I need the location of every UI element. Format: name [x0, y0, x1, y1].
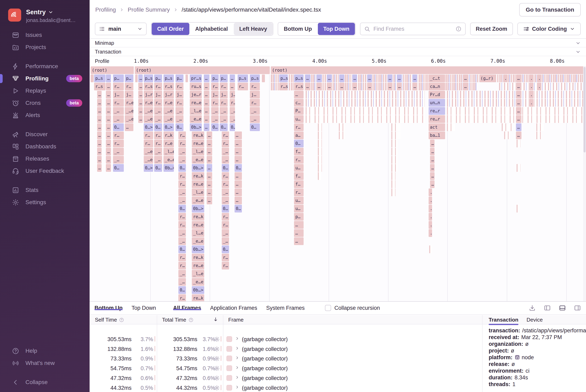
flame-frame[interactable]: … [106, 83, 111, 90]
flame-frame[interactable]: _… [178, 270, 186, 278]
flame-frame[interactable]: r…s [279, 83, 288, 90]
flame-frame[interactable]: … [204, 91, 209, 98]
sort-option-alphabetical[interactable]: Alphabetical [190, 23, 234, 35]
flame-frame[interactable]: _… [178, 196, 186, 204]
flame-frame[interactable]: _… [250, 115, 260, 123]
flame-frame[interactable]: r… [222, 221, 229, 229]
chevron-right-icon[interactable] [235, 365, 239, 370]
direction-option-bottom-up[interactable]: Bottom Up [278, 23, 317, 35]
flame-frame[interactable]: 0… [222, 205, 229, 212]
layout-right-icon[interactable] [574, 304, 581, 312]
flame-frame[interactable]: _l…e [192, 148, 204, 156]
flame-frame[interactable]: 0b…> [192, 286, 204, 294]
sort-option-left-heavy[interactable]: Left Heavy [234, 23, 273, 35]
flame-frame[interactable]: … [235, 140, 242, 147]
flame-frame[interactable]: … [125, 123, 133, 131]
flame-frame[interactable]: r…e [164, 140, 174, 147]
total-time-header[interactable]: Total Time [162, 317, 194, 323]
flame-frame[interactable]: .. [529, 83, 533, 90]
flame-frame[interactable]: _l…e [192, 188, 204, 196]
flame-frame[interactable]: … [367, 83, 372, 90]
flame-frame[interactable]: p…s [94, 74, 106, 82]
flame-frame[interactable]: act [429, 123, 445, 131]
flame-frame[interactable]: … [106, 140, 111, 147]
flame-frame[interactable]: r… [154, 140, 162, 147]
flame-frame[interactable]: .. [429, 213, 432, 221]
collapse-recursion-checkbox[interactable] [325, 305, 331, 311]
flame-frame[interactable]: .. [429, 221, 432, 229]
flame-frame[interactable]: … [516, 123, 521, 131]
flame-frame[interactable]: 0…> [144, 123, 153, 131]
flame-frame[interactable]: f… [294, 172, 303, 180]
flame-frame[interactable]: r…e [125, 99, 133, 107]
flame-frame[interactable] [135, 74, 138, 82]
flame-frame[interactable]: … [397, 74, 402, 82]
flame-frame[interactable]: 0… [178, 246, 186, 253]
flame-frame[interactable]: _… [178, 188, 186, 196]
flame-frame[interactable]: un…n [429, 99, 445, 107]
flame-frame[interactable]: r… [230, 99, 235, 107]
flame-frame[interactable]: r…e [144, 99, 153, 107]
flame-frame[interactable]: re…k [192, 294, 204, 301]
flame-frame[interactable]: … [305, 74, 311, 82]
frame-settings-gear-icon[interactable] [214, 356, 220, 362]
minimap-section-row[interactable]: Minimap [90, 39, 586, 48]
flame-frame[interactable]: … [106, 164, 111, 172]
flame-frame[interactable]: .. [529, 91, 533, 98]
flame-frame[interactable]: … [294, 237, 303, 245]
table-row[interactable]: 132.88ms1.6%132.88ms1.6%(garbage collect… [90, 344, 482, 354]
flame-frame[interactable]: r… [222, 254, 229, 261]
flame-frame[interactable]: _e…e [192, 278, 204, 286]
frame-settings-gear-icon[interactable] [214, 375, 220, 381]
flame-frame[interactable]: .. [529, 74, 533, 82]
flame-frame[interactable]: r…e [164, 99, 174, 107]
flame-frame[interactable]: ca…n [429, 83, 445, 90]
flame-frame[interactable]: 0… [222, 246, 229, 253]
flame-frame[interactable]: j…r [144, 91, 153, 98]
flame-frame[interactable]: … [207, 140, 212, 147]
flame-frame[interactable]: r… [178, 172, 186, 180]
flame-frame[interactable]: … [97, 164, 102, 172]
table-row[interactable]: 44.32ms0.5%44.32ms0.5%(garbage collector… [90, 383, 482, 392]
flame-frame[interactable]: r… [178, 213, 186, 221]
flame-frame[interactable]: j… [250, 91, 260, 98]
flame-frame[interactable]: … [294, 221, 303, 229]
flame-frame[interactable]: … [207, 188, 212, 196]
flame-frame[interactable]: … [352, 74, 357, 82]
flame-frame[interactable]: j…r [164, 91, 174, 98]
table-row[interactable]: 305.53ms3.7%305.53ms3.7%(garbage collect… [90, 334, 482, 344]
flame-frame[interactable]: … [106, 107, 111, 115]
flame-frame[interactable]: f… [294, 148, 303, 156]
frame-settings-gear-icon[interactable] [214, 336, 220, 342]
flame-frame[interactable]: _… [230, 107, 235, 115]
flame-frame[interactable]: _…e [125, 115, 133, 123]
flame-frame[interactable]: 0… [294, 140, 303, 147]
flame-frame[interactable]: _e…e [192, 196, 204, 204]
chevron-right-icon[interactable] [235, 375, 239, 380]
details-tab-device[interactable]: Device [526, 317, 543, 325]
flame-frame[interactable]: p…s [238, 74, 248, 82]
flame-frame[interactable]: _… [176, 107, 184, 115]
breadcrumb-profiling[interactable]: Profiling [95, 6, 116, 13]
flame-frame[interactable]: … [235, 188, 242, 196]
flame-frame[interactable]: … [316, 83, 322, 90]
flame-frame[interactable]: … [204, 115, 209, 123]
flame-frame[interactable]: _… [222, 196, 229, 204]
chevron-right-icon[interactable] [235, 385, 239, 389]
layout-bottom-icon[interactable] [559, 304, 566, 312]
flame-frame[interactable]: 0… [178, 286, 186, 294]
flame-frame[interactable]: … [138, 83, 143, 90]
chevron-right-icon[interactable] [235, 346, 239, 350]
flame-frame[interactable]: ba…1 [429, 132, 445, 139]
flame-frame[interactable]: j… [176, 91, 184, 98]
table-row[interactable]: 47.32ms0.6%47.32ms0.6%(garbage collector… [90, 374, 482, 383]
flame-frame[interactable]: … [463, 83, 468, 90]
flame-frame[interactable]: r… [178, 294, 186, 301]
transaction-section-row[interactable]: Transaction [90, 48, 586, 56]
table-row[interactable]: 54.75ms0.7%54.75ms0.7%(garbage collector… [90, 364, 482, 374]
sidebar-item-dashboards[interactable]: Dashboards [0, 140, 90, 153]
flame-frame[interactable]: r… [178, 262, 186, 270]
flame-frame[interactable]: … [138, 115, 143, 123]
collapse-recursion-toggle[interactable]: Collapse recursion [325, 305, 380, 311]
flame-frame[interactable]: .. [429, 188, 432, 196]
